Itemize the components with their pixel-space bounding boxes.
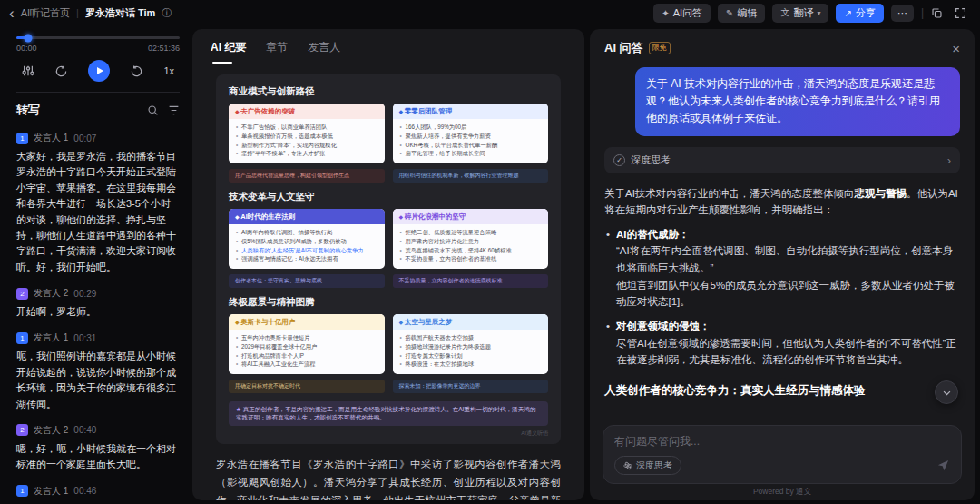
timestamp[interactable]: 00:40	[74, 425, 96, 435]
slide-card-header: 太空与星辰之梦	[393, 314, 549, 330]
filter-icon[interactable]	[168, 104, 180, 116]
slide-bullet: 不妥协质量，立内容创作者的基准线	[400, 254, 542, 263]
translate-button[interactable]: 文 翻译 ▾	[772, 4, 828, 23]
slide-card-header: AI时代的生存法则	[229, 209, 385, 224]
timestamp[interactable]: 00:07	[74, 133, 96, 143]
timestamp[interactable]: 00:29	[74, 289, 96, 299]
slide-section: 终极愿景与精神图腾 奥斯卡与十亿用户 五年内冲击奥斯卡最佳短片 2029年目标覆…	[229, 296, 548, 393]
slide-bullet: 用严肃内容对抗碎片化注意力	[400, 237, 542, 246]
more-button[interactable]: ⋯	[891, 5, 914, 22]
slide-bullet: 不靠广告恰饭，以商业单养活团队	[236, 123, 377, 132]
slide-card: 零零后团队管理 166人团队，99%为00后 聚焦新人培养，提供有竞争力薪资 O…	[393, 104, 549, 163]
tab-chapters[interactable]: 章节	[266, 40, 288, 64]
transcript-text[interactable]: 大家好，我是罗永浩，我的播客节目罗永浩的十字路口今天开始正式登陆小宇宙、苹果播客…	[16, 149, 180, 275]
speaker-badge: 1	[16, 332, 28, 344]
slide-bullet: 聚焦新人培养，提供有竞争力薪资	[400, 132, 542, 141]
slide-section-title: 终极愿景与精神图腾	[229, 296, 548, 309]
slide-section-title: 商业模式与创新路径	[229, 85, 548, 98]
timestamp[interactable]: 00:46	[74, 486, 96, 496]
main-layout: 00:00 02:51:36 1x 转写	[0, 25, 980, 504]
answer-intro: 关于AI技术对内容行业的冲击，潘天鸿的态度整体倾向悲观与警惕。他认为AI将在短期…	[604, 185, 960, 219]
progress-handle[interactable]	[24, 34, 32, 42]
summary-body-text[interactable]: 罗永浩在播客节目《罗永浩的十字路口》中采访了影视内容创作者潘天鸿（影视飓风创始人…	[216, 456, 561, 500]
transcript-entry[interactable]: 1 发言人 1 00:31 呃，我们照例讲的嘉宾都是从小时候开始说起的，说说你小…	[16, 331, 180, 412]
ai-qa-label: AI问答	[673, 6, 702, 20]
transcript-text[interactable]: 开始啊，罗老师。	[16, 304, 180, 320]
edit-button[interactable]: ✎ 编辑	[718, 4, 765, 23]
slide-bullet: 五年内冲击奥斯卡最佳短片	[236, 333, 377, 342]
slide-footer-note: 不妥协质量，立内容创作者的道德底线标准	[393, 274, 549, 288]
transcript-entry[interactable]: 2 发言人 2 00:29 开始啊，罗老师。	[16, 287, 180, 320]
breadcrumb[interactable]: AI听记首页	[21, 6, 70, 20]
speaker-name: 发言人 1	[34, 331, 68, 344]
back-icon[interactable]: ‹	[9, 5, 15, 21]
equalizer-icon[interactable]	[22, 64, 34, 77]
transcript-entry[interactable]: 2 发言人 2 00:40 嗯，好，呃，小时候我就在一个相对标准的一个家庭里面长…	[16, 424, 180, 473]
transcript-title: 转写	[16, 102, 40, 118]
slide-section: 技术变革与人文坚守 AI时代的生存法则 AI两年内将取代调图、拍摄等执行岗 仅5…	[229, 191, 548, 288]
user-question-bubble: 关于 AI 技术对内容行业的冲击，潘天鸿的态度是乐观还是悲观？他认为未来人类创作…	[635, 67, 960, 136]
speaker-name: 发言人 1	[34, 132, 68, 144]
transcript-entry[interactable]: 1 发言人 1 00:07 大家好，我是罗永浩，我的播客节目罗永浩的十字路口今天…	[16, 132, 180, 275]
slide-bullet: 将AI工具融入工业化生产流程	[236, 360, 377, 369]
slide-bullet: 强调感官与情感记忆：AI永远无法拥有	[236, 254, 377, 263]
slide-card: 奥斯卡与十亿用户 五年内冲击奥斯卡最佳短片 2029年目标覆盖全球十亿用户 打造…	[229, 314, 385, 374]
speaker-name: 发言人 2	[34, 287, 68, 300]
send-icon[interactable]	[936, 459, 950, 472]
slide-bullet: 坚持“半年不接单”，专注人才扩张	[236, 149, 377, 158]
share-button[interactable]: ↗ 分享	[836, 4, 883, 23]
question-input[interactable]	[614, 435, 950, 448]
tab-ai-summary[interactable]: AI 纪要	[211, 40, 246, 64]
fullscreen-icon[interactable]	[955, 7, 971, 19]
deep-think-pill-button[interactable]: 深度思考	[614, 456, 681, 475]
limited-free-badge: 限免	[649, 42, 671, 54]
speaker-badge: 2	[16, 288, 28, 300]
slide-highlight-note: ★ 真正的创作者，不是内容的搬运工，而是用生命经验对抗技术异化的摆渡诗人。在AI…	[229, 401, 548, 426]
play-button[interactable]	[88, 60, 110, 82]
transcript-entry[interactable]: 1 发言人 1 00:46 什么叫相对标准。	[16, 485, 180, 500]
copy-link-icon[interactable]	[931, 7, 947, 19]
rewind-icon[interactable]	[54, 64, 68, 78]
translate-label: 翻译	[793, 6, 813, 20]
deep-think-toggle[interactable]: ✓ 深度思考 ›	[604, 147, 960, 173]
timestamp[interactable]: 00:31	[74, 333, 96, 343]
scroll-to-bottom-button[interactable]	[935, 380, 958, 404]
ai-qa-button[interactable]: ✦ AI问答	[653, 4, 710, 23]
speaker-badge: 1	[16, 133, 28, 144]
slide-card-header: 去广告依赖的突破	[229, 104, 385, 119]
slide-footer-note: 探索未知：把影像带向更远的边界	[393, 380, 549, 393]
info-icon[interactable]: ⓘ	[162, 6, 172, 20]
slide-card: 碎片化浪潮中的坚守 拒绝二创、低质搬运等流量迎合策略 用严肃内容对抗碎片化注意力…	[393, 209, 549, 269]
qa-conversation: 关于 AI 技术对内容行业的冲击，潘天鸿的态度是乐观还是悲观？他认为未来人类创作…	[590, 64, 975, 400]
check-icon: ✓	[613, 154, 625, 166]
speaker-name: 发言人 1	[34, 485, 68, 498]
search-icon[interactable]	[147, 104, 159, 116]
playback-speed-button[interactable]: 1x	[163, 65, 174, 76]
sparkle-icon: ✦	[662, 8, 669, 18]
slide-bullet: 2029年目标覆盖全球十亿用户	[236, 342, 377, 351]
speaker-badge: 2	[16, 424, 28, 436]
transcript-text[interactable]: 呃，我们照例讲的嘉宾都是从小时候开始说起的，说说你小时候的那个成长环境，因为关于…	[16, 349, 180, 412]
close-icon[interactable]: ×	[952, 42, 960, 55]
slide-bullet: 166人团队，99%为00后	[400, 123, 542, 132]
slide-bullet: 荒岛直播铺设水下光缆，坚持4K 60帧标准	[400, 246, 542, 255]
slide-card-header: 零零后团队管理	[393, 104, 549, 119]
topbar: ‹ AI听记首页 | 罗永浩对话 Tim ⓘ ✦ AI问答 ✎ 编辑 文 翻译 …	[0, 0, 980, 25]
forward-icon[interactable]	[130, 64, 143, 78]
transcript-text[interactable]: 嗯，好，呃，小时候我就在一个相对标准的一个家庭里面长大吧。	[16, 441, 180, 473]
ai-qa-panel: AI 问答 限免 × 关于 AI 技术对内容行业的冲击，潘天鸿的态度是乐观还是悲…	[590, 29, 975, 500]
slide-card: 太空与星辰之梦 搭载国产航天器去太空拍摄 拍摄地球漫游纪录片作为终极选题 打造专…	[393, 314, 549, 374]
tab-speakers[interactable]: 发言人	[308, 40, 340, 64]
sidebar-divider	[16, 92, 180, 93]
progress-bar[interactable]	[16, 36, 180, 39]
pencil-icon: ✎	[726, 8, 733, 18]
summary-slide-image[interactable]: 商业模式与创新路径 去广告依赖的突破 不靠广告恰饭，以商业单养活团队 单条视频报…	[216, 74, 561, 444]
toolbar-divider: |	[921, 6, 924, 19]
atom-icon	[623, 461, 632, 470]
translate-icon: 文	[780, 6, 789, 19]
breadcrumb-divider: |	[76, 7, 79, 18]
slide-bullet: 打造机构品牌而非个人IP	[236, 351, 377, 361]
slide-footer-note: 创作者本位：坚守真实、思辨与底线	[229, 274, 385, 288]
slide-bullet: 单条视频报价百万级，选题成本极低	[236, 132, 377, 141]
speaker-badge: 1	[16, 485, 28, 497]
